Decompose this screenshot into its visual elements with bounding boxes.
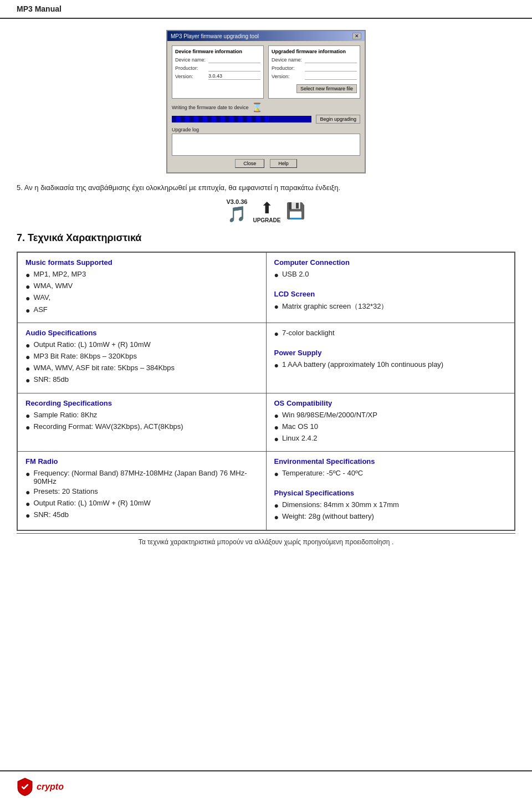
main-content: MP3 Player firmware upgrading tool ✕ Dev… [0, 19, 532, 561]
bullet-icon: ● [274, 469, 279, 479]
hourglass-icon: ⌛ [252, 102, 263, 112]
fm-item-2: ●Presets: 20 Stations [25, 487, 258, 497]
usb-item: ●USB 2.0 [274, 270, 507, 280]
fm-item-1: ●Frequency: (Normal Band) 87MHz-108MHz (… [25, 469, 258, 485]
recording-item-1: ●Sample Ratio: 8Khz [25, 411, 258, 421]
cell-music-formats: Music formats Supported ●MP1, MP2, MP3 ●… [17, 252, 266, 323]
bullet-icon: ● [25, 340, 30, 350]
music-item-4: ●ASF [25, 305, 258, 315]
firmware-writing-row: Writing the firmware date to device ⌛ [172, 102, 360, 112]
cell-backlight-power: ●7-color backlight Power Supply ●1 AAA b… [266, 323, 515, 393]
audio-item-1: ●Output Ratio: (L) 10mW + (R) 10mW [25, 340, 258, 350]
field-productor-left: Productor: [175, 65, 260, 71]
cell-audio-specs: Audio Specifications ●Output Ratio: (L) … [17, 323, 266, 393]
upgrade-icon-area: V3.0.36 🎵 ⬆ UPGRADE 💾 [17, 198, 515, 223]
lcd-item-1: ●Matrix graphic screen（132*32） [274, 301, 507, 311]
label-productor-right: Productor: [272, 65, 305, 71]
bullet-icon: ● [25, 352, 30, 362]
cell-fm-radio: FM Radio ●Frequency: (Normal Band) 87MHz… [17, 452, 266, 530]
bullet-icon: ● [25, 499, 30, 509]
label-device-name-right: Device name: [272, 57, 305, 63]
value-device-name-left [208, 57, 260, 63]
bullet-icon: ● [25, 282, 30, 292]
bullet-icon: ● [25, 411, 30, 421]
label-productor-left: Productor: [175, 65, 208, 71]
recording-specs-header: Recording Specifications [25, 399, 258, 407]
value-device-name-right [305, 57, 357, 63]
env-item-1: ●Temperature: -5ºC - 40ºC [274, 469, 507, 479]
value-version-left: 3.0.43 [208, 73, 260, 80]
audio-specs-header: Audio Specifications [25, 329, 258, 337]
label-version-right: Version: [272, 74, 305, 79]
bullet-icon: ● [25, 270, 30, 280]
field-device-name-left: Device name: [175, 57, 260, 63]
firmware-progress-bar [172, 116, 311, 122]
bullet-icon: ● [25, 487, 30, 497]
firmware-right-col: Upgraded firmware information Device nam… [268, 45, 360, 99]
bullet-icon: ● [25, 375, 30, 385]
music-item-3: ●WAV, [25, 293, 258, 303]
select-firmware-btn[interactable]: Select new firmware file [296, 84, 357, 93]
crypto-shield-icon [17, 777, 33, 797]
bullet-icon: ● [25, 422, 30, 432]
page-footer: crypto [0, 770, 532, 802]
fm-item-4: ●SNR: 45db [25, 510, 258, 520]
physical-specs-header: Physical Specifications [274, 489, 507, 497]
device-icon: 💾 [286, 202, 305, 220]
firmware-bottom-btns: Close Help [172, 159, 360, 168]
audio-item-2: ●MP3 Bit Rate: 8Kbps – 320Kbps [25, 352, 258, 362]
bullet-icon: ● [274, 512, 279, 522]
label-device-name-left: Device name: [175, 57, 208, 63]
specs-row-1: Music formats Supported ●MP1, MP2, MP3 ●… [17, 252, 515, 323]
bullet-icon: ● [274, 301, 279, 311]
left-col-header: Device firmware information [175, 49, 260, 54]
dialog-titlebar: MP3 Player firmware upgrading tool ✕ [167, 31, 365, 41]
os-item-1: ●Win 98/98SE/Me/2000/NT/XP [274, 411, 507, 421]
value-productor-right [305, 65, 357, 71]
specs-row-2: Audio Specifications ●Output Ratio: (L) … [17, 323, 515, 393]
dialog-close-btn[interactable]: ✕ [352, 33, 361, 39]
music-item-2: ●WMA, WMV [25, 282, 258, 292]
dialog-body: Device firmware information Device name:… [167, 41, 365, 172]
section-heading: 7. Τεχνικά Χαρακτηριστικά [17, 232, 515, 244]
upgrade-version-text: V3.0.36 [227, 198, 248, 205]
os-item-2: ●Mac OS 10 [274, 422, 507, 432]
audio-item-4: ●SNR: 85db [25, 375, 258, 385]
upgrade-arrows-icon: ⬆ [253, 199, 280, 217]
music-item-1: ●MP1, MP2, MP3 [25, 270, 258, 280]
label-version-left: Version: [175, 74, 208, 79]
begin-upgrading-btn[interactable]: Begin upgrading [316, 115, 360, 124]
bullet-icon: ● [25, 305, 30, 315]
value-productor-left [208, 65, 260, 71]
music-formats-header: Music formats Supported [25, 258, 258, 267]
bullet-icon: ● [274, 360, 279, 370]
os-item-3: ●Linux 2.4.2 [274, 434, 507, 444]
cell-os-compat: OS Compatibility ●Win 98/98SE/Me/2000/NT… [266, 393, 515, 452]
cell-computer-connection: Computer Connection ●USB 2.0 LCD Screen … [266, 252, 515, 323]
bullet-icon: ● [274, 500, 279, 510]
log-label: Upgrade log [172, 127, 360, 132]
bullet-icon: ● [274, 434, 279, 444]
bullet-icon: ● [274, 329, 279, 339]
bullet-icon: ● [274, 411, 279, 421]
firmware-left-col: Device firmware information Device name:… [172, 45, 264, 99]
mp3-player-icon: 🎵 [227, 205, 248, 223]
computer-connection-header: Computer Connection [274, 258, 507, 267]
power-item-1: ●1 AAA battery (approximately 10h contin… [274, 360, 507, 370]
close-btn[interactable]: Close [235, 159, 264, 168]
firmware-dialog: MP3 Player firmware upgrading tool ✕ Dev… [166, 30, 366, 173]
dialog-title: MP3 Player firmware upgrading tool [171, 33, 259, 39]
lcd-screen-header: LCD Screen [274, 290, 507, 298]
bullet-icon: ● [25, 469, 30, 479]
step5-text: 5. Αν η διαδικασία της αναβάθμισης έχει … [17, 183, 515, 192]
help-btn[interactable]: Help [270, 159, 297, 168]
fm-item-3: ●Output Ratio: (L) 10mW + (R) 10mW [25, 499, 258, 509]
bullet-icon: ● [25, 364, 30, 374]
bullet-icon: ● [25, 293, 30, 303]
field-device-name-right: Device name: [272, 57, 357, 63]
specs-row-4: FM Radio ●Frequency: (Normal Band) 87MHz… [17, 452, 515, 530]
audio-item-3: ●WMA, WMV, ASF bit rate: 5Kbps – 384Kbps [25, 364, 258, 374]
bullet-icon: ● [25, 510, 30, 520]
cell-env-physical: Environmental Specifications ●Temperatur… [266, 452, 515, 530]
os-compat-header: OS Compatibility [274, 399, 507, 407]
